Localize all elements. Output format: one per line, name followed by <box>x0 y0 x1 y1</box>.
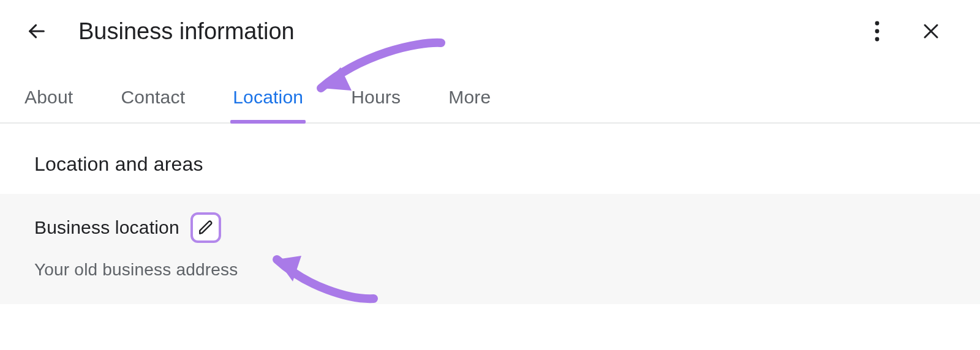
back-button[interactable] <box>22 17 51 46</box>
business-location-row-title: Business location <box>34 212 946 243</box>
tab-about[interactable]: About <box>22 87 75 122</box>
business-location-label: Business location <box>34 217 179 238</box>
header-bar: Business information <box>0 0 980 49</box>
svg-point-2 <box>875 29 880 34</box>
more-vert-icon <box>875 21 880 42</box>
arrow-left-icon <box>26 21 47 42</box>
tab-hours[interactable]: Hours <box>349 87 403 122</box>
svg-point-1 <box>875 21 880 26</box>
business-location-value: Your old business address <box>34 260 946 280</box>
tabs: About Contact Location Hours More <box>0 76 980 124</box>
close-button[interactable] <box>916 17 946 46</box>
more-options-button[interactable] <box>862 17 892 46</box>
svg-point-3 <box>875 37 880 42</box>
edit-business-location-button[interactable] <box>190 212 221 243</box>
tab-location[interactable]: Location <box>230 87 306 122</box>
page-title: Business information <box>78 18 295 45</box>
tab-contact[interactable]: Contact <box>118 87 187 122</box>
business-location-card[interactable]: Business location Your old business addr… <box>0 194 980 304</box>
pencil-icon <box>198 220 214 236</box>
tab-more[interactable]: More <box>446 87 493 122</box>
section-heading: Location and areas <box>0 124 980 194</box>
close-icon <box>922 22 940 40</box>
header-actions <box>862 17 958 46</box>
